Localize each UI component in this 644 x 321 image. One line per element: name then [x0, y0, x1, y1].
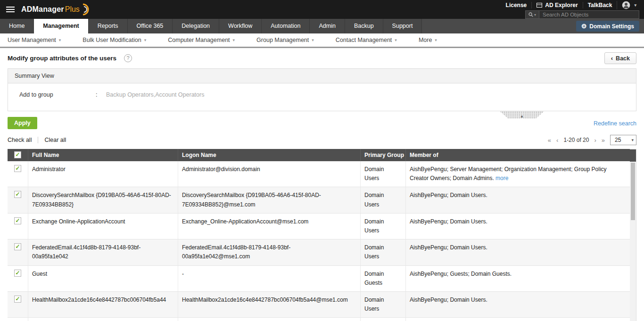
subnav-computer-management[interactable]: Computer Management▾	[168, 37, 235, 43]
hamburger-menu-icon[interactable]	[6, 5, 15, 14]
chevron-down-icon: ▾	[631, 138, 634, 142]
talkback-link[interactable]: TalkBack	[583, 2, 617, 8]
logo-swoosh-icon	[81, 3, 89, 16]
cell-primary-group: Domain Users	[361, 187, 406, 213]
cell-logon-name: Exchange_Online-ApplicationAccount@mse1.…	[178, 214, 361, 239]
table-row: ✓ Exchange Online-ApplicationAccount Exc…	[8, 214, 630, 239]
header-checkbox-cell: ✓	[8, 149, 28, 161]
more-link[interactable]: more	[495, 175, 508, 181]
ad-explorer-link[interactable]: AD Explorer	[531, 2, 582, 8]
check-icon: ✓	[15, 191, 21, 198]
page-size-select[interactable]: 25 ▾	[610, 135, 636, 145]
row-checkbox-cell: ✓	[8, 239, 28, 265]
check-icon: ✓	[15, 270, 21, 276]
collapse-panel-handle[interactable]: ▲	[500, 111, 544, 118]
search-scope-dropdown[interactable]: ▾	[525, 10, 539, 19]
table-row: ✓ HealthMailbox4e48446c64bc4691b3e50436e…	[8, 318, 630, 321]
check-all-checkbox[interactable]: ✓	[14, 151, 21, 158]
cell-logon-name: HealthMailbox4e48446c64bc4691b3e50436e8c…	[178, 318, 361, 321]
apply-button[interactable]: Apply	[8, 117, 37, 129]
app-logo: ADManager Plus	[21, 3, 89, 16]
scrollbar-thumb[interactable]	[631, 163, 635, 220]
subnav-more[interactable]: More▾	[419, 37, 437, 43]
cell-member-of: AishByePengu; Domain Users.	[406, 292, 630, 317]
row-checkbox[interactable]: ✓	[14, 165, 21, 172]
subnav-contact-management[interactable]: Contact Management▾	[336, 37, 397, 43]
help-icon[interactable]: ?	[124, 54, 132, 62]
pagination-prev-icon[interactable]: ‹	[556, 137, 558, 144]
subnav-label: Computer Management	[168, 37, 230, 43]
cell-primary-group: Domain Users	[361, 161, 406, 187]
chevron-down-icon: ▾	[435, 38, 437, 42]
collapse-arrow-icon: ▲	[520, 114, 524, 118]
ad-explorer-icon	[537, 3, 542, 8]
subnav-group-management[interactable]: Group Management▾	[256, 37, 314, 43]
summary-body: Add to group : Backup Operators,Account …	[8, 83, 636, 111]
table-row: ✓ Administrator Administrator@division.d…	[8, 161, 630, 187]
subnav-bulk-user-modification[interactable]: Bulk User Modification▾	[83, 37, 146, 43]
back-button[interactable]: ‹ Back	[604, 52, 636, 64]
page-header: Modify group attributes of the users ? ‹…	[0, 48, 644, 67]
table-row: ✓ HealthMailbox2a1cde16c4e8442787bc00670…	[8, 292, 630, 318]
summary-panel: Summary View Add to group : Backup Opera…	[8, 68, 636, 111]
tab-support[interactable]: Support	[383, 19, 422, 33]
check-all-button[interactable]: Check all	[8, 137, 32, 143]
header-full-name: Full Name	[28, 149, 178, 161]
management-subnav: User Management▾ Bulk User Modification▾…	[0, 33, 644, 48]
chevron-down-icon: ▾	[395, 38, 397, 42]
cell-member-of: AishByePengu; Domain Users.	[406, 214, 630, 239]
scrollbar-header-corner	[630, 149, 636, 162]
logo-text-primary: ADManager	[21, 5, 64, 14]
tab-backup[interactable]: Backup	[345, 19, 383, 33]
tab-automation[interactable]: Automation	[262, 19, 310, 33]
subnav-user-management[interactable]: User Management▾	[8, 37, 61, 43]
subnav-label: Contact Management	[336, 37, 392, 43]
row-checkbox[interactable]: ✓	[14, 217, 21, 224]
cell-logon-name: -	[178, 266, 361, 291]
cell-full-name: Administrator	[28, 161, 178, 187]
license-link[interactable]: License	[501, 2, 532, 8]
pagination-next-icon[interactable]: ›	[594, 137, 596, 144]
cell-full-name: Exchange Online-ApplicationAccount	[28, 214, 178, 239]
subnav-label: Bulk User Modification	[83, 37, 141, 43]
tab-office-365[interactable]: Office 365	[128, 19, 173, 33]
tab-delegation[interactable]: Delegation	[173, 19, 219, 33]
subnav-label: More	[419, 37, 432, 43]
search-icon	[528, 12, 533, 17]
row-checkbox[interactable]: ✓	[14, 191, 21, 198]
global-search: ▾	[525, 10, 639, 19]
page-title: Modify group attributes of the users	[8, 55, 116, 62]
ad-explorer-label: AD Explorer	[545, 2, 578, 8]
chevron-down-icon: ▾	[634, 3, 636, 8]
clear-all-button[interactable]: Clear all	[44, 137, 66, 143]
cell-logon-name: DiscoverySearchMailbox {D919BA05-46A6-41…	[178, 187, 361, 213]
subnav-label: Group Management	[256, 37, 309, 43]
tab-management[interactable]: Management	[34, 19, 88, 33]
tab-admin[interactable]: Admin	[310, 19, 345, 33]
page-size-value: 25	[615, 137, 621, 143]
check-icon: ✓	[15, 165, 21, 172]
table-scrollbar[interactable]: ▼	[630, 149, 636, 321]
tab-workflow[interactable]: Workflow	[219, 19, 262, 33]
cell-full-name: HealthMailbox4e48446c64bc4691b3e50436e8c…	[28, 318, 178, 321]
tab-reports[interactable]: Reports	[89, 19, 128, 33]
row-checkbox[interactable]: ✓	[14, 270, 21, 277]
cell-logon-name: HealthMailbox2a1cde16c4e8442787bc006704f…	[178, 292, 361, 317]
cell-full-name: DiscoverySearchMailbox {D919BA05-46A6-41…	[28, 187, 178, 213]
pagination-first-icon[interactable]: «	[548, 137, 551, 144]
header-primary-group: Primary Group	[361, 149, 406, 161]
table-row: ✓ Guest - Domain Guests AishByePengu; Gu…	[8, 266, 630, 292]
search-input[interactable]	[539, 10, 639, 19]
row-checkbox[interactable]: ✓	[14, 296, 21, 303]
tab-home[interactable]: Home	[0, 19, 34, 33]
gear-icon: ⚙	[581, 23, 587, 30]
table-row: ✓ FederatedEmail.4c1f4d8b-8179-4148-93bf…	[8, 239, 630, 265]
domain-settings-button[interactable]: ⚙ Domain Settings	[576, 21, 639, 32]
pagination-info: 1-20 of 20	[563, 137, 589, 143]
domain-settings-label: Domain Settings	[589, 23, 634, 30]
user-menu[interactable]: ▾	[617, 1, 641, 9]
row-checkbox[interactable]: ✓	[14, 243, 21, 250]
cell-primary-group: Domain Guests	[361, 266, 406, 291]
pagination-last-icon[interactable]: »	[602, 137, 605, 144]
redefine-search-link[interactable]: Redefine search	[594, 120, 636, 127]
